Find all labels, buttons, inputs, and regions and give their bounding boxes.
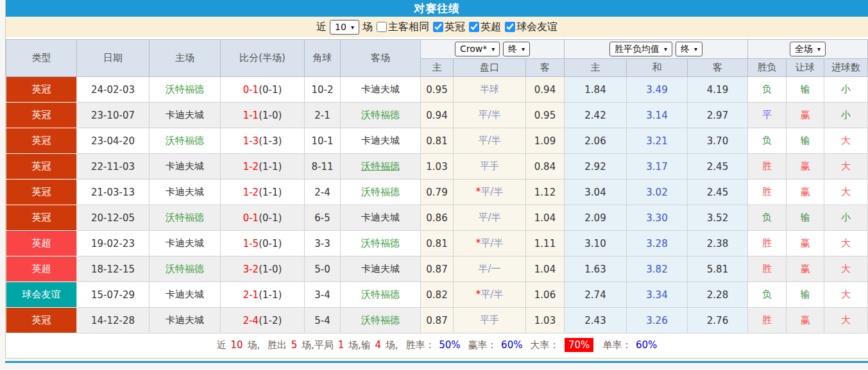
away-team[interactable]: 卡迪夫城: [341, 205, 421, 231]
home-team[interactable]: 卡迪夫城: [149, 308, 221, 333]
away-team[interactable]: 沃特福德: [341, 180, 421, 205]
result-handicap: 输: [787, 205, 824, 231]
league-badge: 英冠: [6, 154, 77, 180]
result-wdl: 负: [748, 282, 787, 308]
result-goals: 大: [824, 256, 868, 282]
col-header-crow-away: 客: [526, 59, 565, 77]
home-team[interactable]: 沃特福德: [149, 77, 221, 103]
avg-draw-odds: 3.21: [627, 128, 688, 154]
away-team[interactable]: 沃特福德: [341, 103, 421, 128]
result-goals: 小: [824, 205, 868, 231]
odds-handicap: 平/半: [454, 103, 526, 128]
summary-rate4-label: 单率：: [602, 339, 631, 351]
table-row: 英冠 20-12-05 沃特福德 0-1(0-1) 6-5 卡迪夫城 0.86 …: [6, 205, 868, 231]
recent-count-select[interactable]: 10 ▾: [330, 20, 359, 35]
avg-time-select[interactable]: 终 ▾: [676, 42, 702, 56]
summary-draws: 1: [338, 339, 345, 351]
match-date: 23-10-07: [77, 103, 149, 128]
home-team-name: 卡迪夫城: [166, 109, 204, 121]
avg-draw-odds: 3.14: [627, 103, 688, 128]
odds-away: 1.06: [526, 282, 565, 308]
odds-home: 0.81: [421, 128, 454, 154]
home-team[interactable]: 沃特福德: [149, 128, 221, 154]
avg-draw-odds: 3.17: [627, 154, 688, 180]
home-team[interactable]: 卡迪夫城: [149, 282, 221, 308]
col-header-type: 类型: [6, 40, 77, 77]
league-badge: 英冠: [6, 180, 77, 205]
avg-type-select[interactable]: 胜平负均值 ▾: [609, 42, 672, 56]
league-filter-premier[interactable]: 英超: [465, 21, 501, 34]
league-badge: 英超: [6, 231, 77, 256]
table-row: 球会友谊 15-07-29 卡迪夫城 2-1(1-1) 3-4 沃特福德 0.8…: [6, 282, 868, 308]
handicap-value: 平手: [480, 314, 499, 326]
avg-away-odds: 2.76: [688, 308, 748, 333]
odds-handicap: *平/半: [454, 180, 526, 205]
score-cell: 1-5(0-1): [221, 231, 305, 256]
chevron-down-icon: ▾: [491, 44, 495, 55]
away-team-name: 沃特福德: [361, 186, 400, 198]
away-team[interactable]: 沃特福德: [341, 308, 421, 333]
result-wdl: 胜: [748, 180, 787, 205]
match-date: 19-02-23: [77, 231, 149, 256]
half-score: (1-0): [259, 264, 282, 275]
away-team[interactable]: 卡迪夫城: [341, 128, 421, 154]
chevron-down-icon: ▾: [522, 44, 525, 55]
away-team[interactable]: 卡迪夫城: [341, 256, 421, 282]
full-score: 2-1: [243, 289, 259, 301]
half-score: (0-1): [259, 84, 282, 96]
corner-score: 5-4: [305, 308, 341, 333]
match-date: 23-04-20: [77, 128, 149, 154]
result-goals: 大: [824, 180, 868, 205]
corner-score: 2-1: [305, 103, 341, 128]
away-team[interactable]: 沃特福德: [341, 154, 421, 180]
avg-away-odds: 4.19: [688, 77, 748, 103]
home-team[interactable]: 沃特福德: [149, 256, 221, 282]
odds-handicap: 平/半: [454, 205, 526, 231]
match-date: 22-11-03: [77, 154, 149, 180]
home-team[interactable]: 卡迪夫城: [149, 154, 221, 180]
avg-draw-odds: 3.02: [627, 180, 688, 205]
home-team[interactable]: 卡迪夫城: [149, 103, 221, 128]
odds-source-select[interactable]: Crow* ▾: [455, 42, 500, 56]
league-filter-championship[interactable]: 英冠: [429, 21, 465, 34]
home-team[interactable]: 卡迪夫城: [149, 231, 221, 256]
home-team-name: 沃特福德: [166, 263, 204, 274]
half-score: (1-1): [259, 289, 282, 301]
scope-select[interactable]: 全场 ▾: [790, 42, 826, 56]
premier-checkbox[interactable]: [469, 22, 479, 32]
away-team[interactable]: 沃特福德: [341, 282, 421, 308]
odds-handicap: *平/半: [454, 282, 526, 308]
recent-label: 近: [316, 21, 327, 34]
corner-score: 5-0: [305, 256, 341, 282]
odds-time-select[interactable]: 终 ▾: [503, 42, 530, 56]
summary-wins: 5: [291, 339, 298, 351]
result-goals: 大: [824, 154, 868, 180]
championship-checkbox[interactable]: [433, 22, 443, 32]
filter-bar: 近 10 ▾ 场 主客相同 英冠 英超 球会友谊: [6, 17, 868, 39]
summary-bar: 近 10 场, 胜出 5 场,平局 1 场,输 4 场, 胜率： 50% 赢率：…: [6, 333, 868, 358]
col-header-handicap: 盘口: [454, 59, 526, 77]
avg-away-odds: 2.45: [688, 154, 748, 180]
match-date: 18-12-15: [77, 256, 149, 282]
away-team[interactable]: 沃特福德: [341, 231, 421, 256]
league-filter-friendly[interactable]: 球会友谊: [501, 21, 557, 34]
home-team[interactable]: 沃特福德: [149, 205, 221, 231]
full-score: 1-5: [243, 238, 259, 249]
result-goals: 大: [824, 308, 868, 333]
odds-away: 0.95: [526, 103, 565, 128]
league-badge: 英冠: [6, 103, 77, 128]
result-goals: 大: [824, 231, 868, 256]
table-row: 英冠 23-04-20 沃特福德 1-3(1-3) 10-1 卡迪夫城 0.81…: [6, 128, 868, 154]
avg-draw-odds: 3.82: [627, 256, 688, 282]
result-goals: 小: [824, 103, 868, 128]
match-date: 14-12-28: [77, 308, 149, 333]
home-team[interactable]: 卡迪夫城: [149, 180, 221, 205]
friendly-checkbox[interactable]: [505, 22, 515, 32]
odds-handicap: *平/半: [454, 231, 526, 256]
odds-away: 1.12: [526, 180, 565, 205]
same-venue-checkbox[interactable]: [377, 22, 387, 32]
away-team[interactable]: 卡迪夫城: [341, 77, 421, 103]
same-venue-checkbox-label[interactable]: 主客相同: [373, 21, 429, 34]
score-cell: 3-2(1-0): [221, 256, 305, 282]
result-wdl: 胜: [748, 256, 787, 282]
